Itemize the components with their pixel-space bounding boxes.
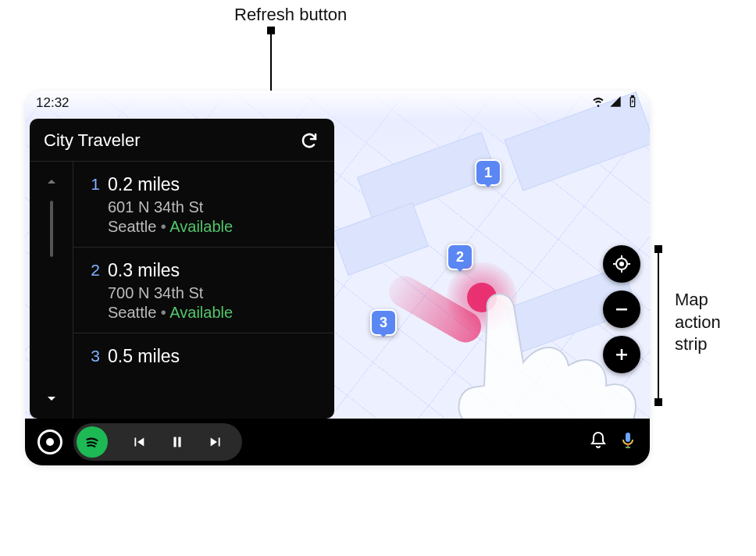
voice-button[interactable] [619,431,637,453]
zoom-out-button[interactable] [603,290,640,328]
map-marker-1[interactable]: 1 [475,159,501,186]
refresh-button[interactable] [298,130,320,151]
media-controls [73,423,242,461]
previous-track-button[interactable] [130,433,147,451]
notifications-button[interactable] [589,431,608,453]
list-item[interactable]: 2 0.3 miles 700 N 34th St Seattle • Avai… [73,248,334,333]
wifi-icon [592,95,604,112]
map-marker-2[interactable]: 2 [447,244,473,270]
clock: 12:32 [36,95,70,111]
svg-rect-7 [173,437,176,447]
home-button[interactable] [37,429,62,454]
bottom-bar [25,419,650,465]
list-item[interactable]: 3 0.5 miles [73,333,334,378]
places-list: 1 0.2 miles 601 N 34th St Seattle • Avai… [73,162,334,419]
panel-title: City Traveler [44,130,298,151]
list-item-address: 700 N 34th St [108,284,320,302]
svg-rect-6 [621,349,623,360]
spotify-icon[interactable] [77,426,108,458]
list-item-address: 601 N 34th St [108,198,320,216]
battery-icon [626,95,639,112]
next-track-button[interactable] [208,433,225,451]
list-item-number: 3 [84,346,100,367]
map-action-strip [603,245,640,373]
list-item-number: 1 [84,174,100,236]
scrollbar-thumb[interactable] [50,201,53,257]
pause-button[interactable] [169,433,186,451]
panel-header: City Traveler [30,119,334,162]
svg-rect-4 [616,308,627,311]
scroll-column [30,162,73,419]
list-item-distance: 0.2 miles [108,174,320,195]
scroll-up-button[interactable] [42,173,61,191]
list-item-distance: 0.3 miles [108,260,320,281]
svg-rect-8 [178,437,180,447]
annotation-refresh-label: Refresh button [234,5,347,25]
svg-point-2 [619,262,624,266]
map-marker-3[interactable]: 3 [370,309,397,336]
places-panel: City Traveler [30,119,334,419]
recenter-button[interactable] [603,245,640,283]
scroll-down-button[interactable] [42,389,61,408]
cellular-icon [609,95,622,112]
annotation-action-strip-label: Mapactionstrip [675,289,721,356]
list-item-status: Seattle • Available [108,304,320,322]
svg-rect-1 [632,95,634,97]
annotation-action-strip-bracket [658,248,659,403]
list-item-status: Seattle • Available [108,218,320,236]
list-item[interactable]: 1 0.2 miles 601 N 34th St Seattle • Avai… [73,162,334,248]
device-frame: 12:32 City Traveler [25,91,650,465]
zoom-in-button[interactable] [603,336,640,373]
list-item-number: 2 [84,260,100,322]
scrollbar-track[interactable] [50,201,53,380]
status-bar: 12:32 [25,91,650,116]
list-item-distance: 0.5 miles [108,346,320,367]
